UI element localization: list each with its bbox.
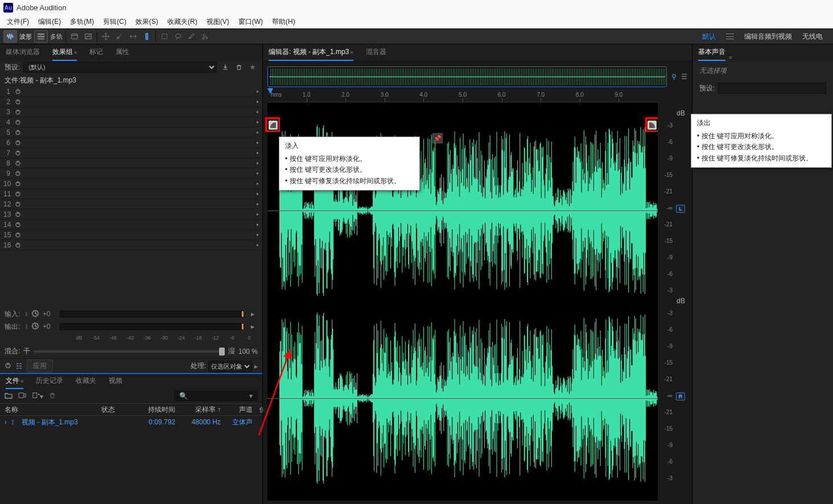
effects-slot[interactable]: 12▸ xyxy=(0,199,262,209)
power-icon[interactable] xyxy=(14,98,22,106)
mix-slider[interactable] xyxy=(34,350,225,353)
list-view-icon[interactable]: ☰ xyxy=(681,73,687,81)
process-select[interactable]: 仅选区对象 xyxy=(208,361,252,372)
editor-tab-file[interactable]: 编辑器: 视频 - 副本_1.mp3≡ xyxy=(269,44,353,60)
search-box[interactable]: 🔍 ▾ xyxy=(174,391,258,401)
menu-item[interactable]: 视图(V) xyxy=(202,16,234,28)
files-tab[interactable]: 收藏夹 xyxy=(76,373,96,389)
menu-item[interactable]: 帮助(H) xyxy=(267,16,300,28)
workspace-edit-audio-link[interactable]: 编辑音频到视频 xyxy=(744,32,792,42)
workspace-default-link[interactable]: 默认 xyxy=(702,32,716,42)
list-icon[interactable]: ☷ xyxy=(16,362,22,370)
menu-item[interactable]: 文件(F) xyxy=(2,16,34,28)
waveform-view-button[interactable] xyxy=(3,30,17,43)
search-input[interactable] xyxy=(190,393,247,399)
power-icon[interactable] xyxy=(14,200,22,208)
new-icon[interactable]: ▾ xyxy=(32,392,43,400)
star-icon[interactable] xyxy=(248,62,258,72)
power-icon[interactable] xyxy=(5,362,11,370)
menu-item[interactable]: 窗口(W) xyxy=(234,16,267,28)
open-icon[interactable] xyxy=(5,392,13,400)
power-icon[interactable] xyxy=(14,129,22,137)
effects-slot[interactable]: 4▸ xyxy=(0,117,262,127)
record-icon[interactable] xyxy=(18,392,26,400)
workspace-wireless-link[interactable]: 无线电 xyxy=(802,32,823,42)
effects-slot[interactable]: 9▸ xyxy=(0,168,262,179)
power-icon[interactable] xyxy=(14,180,22,188)
import-icon[interactable] xyxy=(220,62,230,72)
power-icon[interactable] xyxy=(14,108,22,116)
effects-slot[interactable]: 5▸ xyxy=(0,127,262,138)
zoom-icon[interactable]: ⚲ xyxy=(671,73,677,81)
effects-slot[interactable]: 11▸ xyxy=(0,189,262,199)
effects-slot[interactable]: 3▸ xyxy=(0,107,262,117)
play-process-icon[interactable]: ▸ xyxy=(254,362,258,370)
output-dropdown-icon[interactable]: ▸ xyxy=(248,323,258,331)
delete-icon[interactable] xyxy=(49,392,56,400)
channel-badge[interactable]: R xyxy=(676,393,685,400)
effects-slot[interactable]: 7▸ xyxy=(0,148,262,158)
hud-button[interactable] xyxy=(68,30,81,43)
files-col-header[interactable]: 持续时间 xyxy=(130,405,175,415)
trash-icon[interactable] xyxy=(234,62,244,72)
essential-sound-tab[interactable]: 基本声音 xyxy=(698,44,725,60)
channel-badge[interactable]: L xyxy=(676,205,685,213)
power-icon[interactable] xyxy=(14,149,22,157)
files-tab[interactable]: 历史记录 xyxy=(36,373,63,389)
effects-slot[interactable]: 6▸ xyxy=(0,138,262,148)
left-tab[interactable]: 效果组≡ xyxy=(52,44,77,60)
power-icon[interactable] xyxy=(14,88,22,96)
power-icon[interactable] xyxy=(14,221,22,229)
marquee-tool-button[interactable] xyxy=(158,30,171,43)
editor-tab-mixer[interactable]: 混音器 xyxy=(366,44,386,60)
files-tab[interactable]: 视频 xyxy=(109,373,122,389)
files-tab[interactable]: 文件≡ xyxy=(6,373,23,389)
effects-slot[interactable]: 10▸ xyxy=(0,179,262,189)
menu-item[interactable]: 效果(S) xyxy=(131,16,163,28)
wave-area[interactable]: 📌 淡入• 按住 键可应用对称淡化。• 按住 键可更改淡化形状。• 按住 键可修… xyxy=(267,102,658,501)
brush-tool-button[interactable] xyxy=(185,30,199,43)
preset-select[interactable]: (默认) xyxy=(23,61,217,73)
effects-slot[interactable]: 1▸ xyxy=(0,86,262,97)
effects-slot[interactable]: 8▸ xyxy=(0,158,262,168)
power-icon[interactable] xyxy=(14,139,22,147)
effects-slot[interactable]: 14▸ xyxy=(0,220,262,230)
effects-slot[interactable]: 15▸ xyxy=(0,230,262,240)
heal-tool-button[interactable] xyxy=(199,30,212,43)
left-tab[interactable]: 标记 xyxy=(89,44,103,60)
lasso-tool-button[interactable] xyxy=(171,30,185,43)
effects-slot[interactable]: 16▸ xyxy=(0,240,262,250)
left-tab[interactable]: 属性 xyxy=(116,44,129,60)
multitrack-view-button[interactable] xyxy=(34,30,48,43)
effects-slot[interactable]: 2▸ xyxy=(0,97,262,107)
navigator[interactable] xyxy=(267,67,667,87)
files-col-header[interactable]: 采样率 ↑ xyxy=(175,405,221,415)
files-col-header[interactable]: 名称 xyxy=(5,405,101,415)
input-dropdown-icon[interactable]: ▸ xyxy=(248,310,258,318)
files-col-header[interactable]: 状态 xyxy=(101,405,130,415)
slip-tool-button[interactable] xyxy=(126,30,140,43)
power-icon[interactable] xyxy=(14,118,22,126)
menu-item[interactable]: 多轨(M) xyxy=(65,16,98,28)
power-icon[interactable] xyxy=(14,241,22,249)
left-tab[interactable]: 媒体浏览器 xyxy=(6,44,40,60)
power-icon[interactable] xyxy=(14,170,22,177)
time-select-tool-button[interactable] xyxy=(140,30,154,43)
power-icon[interactable] xyxy=(14,159,22,167)
move-tool-button[interactable] xyxy=(99,30,113,43)
menu-item[interactable]: 剪辑(C) xyxy=(98,16,131,28)
apply-button[interactable]: 应用 xyxy=(27,360,53,373)
spectral-button[interactable] xyxy=(81,30,95,43)
razor-tool-button[interactable] xyxy=(113,30,126,43)
effects-slot[interactable]: 13▸ xyxy=(0,209,262,220)
file-row[interactable]: › ⟟ 视频 - 副本_1.mp3 0:09.792 48000 Hz 立体声 xyxy=(0,416,262,428)
power-icon[interactable] xyxy=(14,231,22,239)
files-col-header[interactable]: 声道 xyxy=(221,405,253,415)
time-ruler[interactable]: hms 1.02.03.04.05.06.07.08.09.0 xyxy=(267,90,658,102)
workspace-menu-icon[interactable] xyxy=(726,34,734,39)
menu-item[interactable]: 收藏夹(R) xyxy=(163,16,202,28)
expand-icon[interactable]: › xyxy=(5,418,11,426)
power-icon[interactable] xyxy=(14,210,22,218)
menu-item[interactable]: 编辑(E) xyxy=(34,16,65,28)
right-preset-field[interactable] xyxy=(718,82,826,94)
